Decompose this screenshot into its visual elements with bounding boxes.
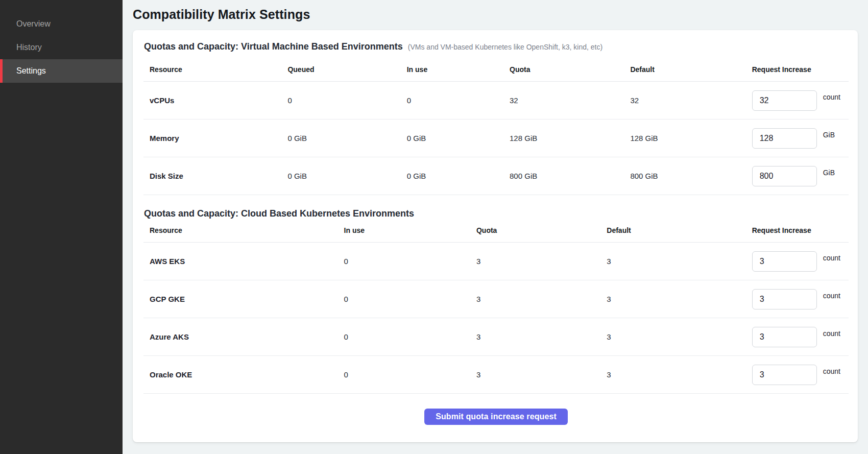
cell-request-increase: count [752,251,849,272]
cloud-section-title: Quotas and Capacity: Cloud Based Kuberne… [144,208,414,219]
cloud-section-header: Quotas and Capacity: Cloud Based Kuberne… [143,208,849,219]
cell-default: 800 GiB [630,172,752,180]
column-header-default: Default [630,65,752,74]
cell-in-use: 0 [344,257,476,266]
sidebar-item-overview[interactable]: Overview [0,12,123,36]
request-increase-input-vcpus[interactable] [752,90,817,111]
column-header-quota: Quota [476,226,607,234]
cell-request-increase: count [752,327,849,347]
cell-quota: 800 GiB [510,172,630,180]
column-header-resource: Resource [143,65,287,74]
sidebar-item-label: Settings [16,66,46,76]
request-increase-input-oracle-oke[interactable] [752,365,817,385]
cell-quota: 32 [510,96,630,105]
column-header-request-increase: Request Increase [752,65,849,74]
cell-request-increase: count [752,90,849,111]
cell-resource: Oracle OKE [143,370,344,379]
table-row-oracle-oke: Oracle OKE 0 3 3 count [143,356,849,394]
unit-label: count [823,292,840,300]
cell-request-increase: count [752,365,849,385]
cell-queued: 0 GiB [287,134,406,142]
column-header-default: Default [607,226,752,234]
table-row-vcpus: vCPUs 0 0 32 32 count [143,82,849,120]
table-row-azure-aks: Azure AKS 0 3 3 count [143,318,849,356]
cell-resource: Disk Size [143,172,287,180]
cell-default: 3 [607,332,752,341]
main-content: Compatibility Matrix Settings Quotas and… [123,0,868,454]
cell-default: 3 [607,370,752,379]
column-header-in-use: In use [407,65,510,74]
column-header-in-use: In use [344,226,476,234]
cell-resource: Azure AKS [143,332,344,341]
submit-quota-increase-button[interactable]: Submit quota increase request [424,409,568,425]
cell-quota: 3 [476,370,607,379]
table-row-memory: Memory 0 GiB 0 GiB 128 GiB 128 GiB GiB [143,120,849,157]
sidebar-item-label: History [16,43,42,52]
cell-resource: AWS EKS [143,257,344,266]
cell-quota: 3 [476,257,607,266]
vm-section-title: Quotas and Capacity: Virtual Machine Bas… [144,41,403,52]
cell-in-use: 0 [344,295,476,303]
cell-request-increase: count [752,289,849,309]
cell-in-use: 0 [344,370,476,379]
cell-resource: vCPUs [143,96,287,105]
sidebar: Overview History Settings [0,0,123,454]
cell-in-use: 0 [344,332,476,341]
request-increase-input-gcp-gke[interactable] [752,289,817,309]
cloud-quota-table: Resource In use Quota Default Request In… [143,219,849,394]
cell-request-increase: GiB [752,128,849,149]
request-increase-input-disk-size[interactable] [752,166,817,186]
column-header-queued: Queued [287,65,406,74]
unit-label: GiB [823,131,835,139]
column-header-request-increase: Request Increase [752,226,849,234]
cell-queued: 0 GiB [287,172,406,180]
settings-card: Quotas and Capacity: Virtual Machine Bas… [133,30,858,442]
cell-resource: Memory [143,134,287,142]
table-row-disk-size: Disk Size 0 GiB 0 GiB 800 GiB 800 GiB Gi… [143,157,849,195]
request-increase-input-aws-eks[interactable] [752,251,817,272]
cell-quota: 3 [476,332,607,341]
cell-default: 128 GiB [630,134,752,142]
sidebar-item-settings[interactable]: Settings [0,59,123,83]
unit-label: count [823,329,840,338]
vm-section-subtitle: (VMs and VM-based Kubernetes like OpenSh… [408,43,602,51]
column-header-quota: Quota [510,65,630,74]
cell-request-increase: GiB [752,166,849,186]
vm-section-header: Quotas and Capacity: Virtual Machine Bas… [143,41,849,52]
request-increase-input-memory[interactable] [752,128,817,149]
request-increase-input-azure-aks[interactable] [752,327,817,347]
cell-in-use: 0 [407,96,510,105]
unit-label: count [823,254,840,262]
unit-label: count [823,367,840,375]
unit-label: GiB [823,169,835,177]
table-row-gcp-gke: GCP GKE 0 3 3 count [143,280,849,318]
cloud-table-header-row: Resource In use Quota Default Request In… [143,219,849,243]
vm-quota-table: Resource Queued In use Quota Default Req… [143,52,849,195]
table-row-aws-eks: AWS EKS 0 3 3 count [143,243,849,280]
cell-default: 3 [607,257,752,266]
cell-in-use: 0 GiB [407,172,510,180]
sidebar-item-history[interactable]: History [0,36,123,59]
cell-in-use: 0 GiB [407,134,510,142]
cell-default: 3 [607,295,752,303]
cell-default: 32 [630,96,752,105]
unit-label: count [823,93,840,101]
sidebar-item-label: Overview [16,19,51,29]
cell-quota: 3 [476,295,607,303]
button-row: Submit quota increase request [143,409,849,425]
column-header-resource: Resource [143,226,344,234]
cell-quota: 128 GiB [510,134,630,142]
cell-queued: 0 [287,96,406,105]
cell-resource: GCP GKE [143,295,344,303]
page-title: Compatibility Matrix Settings [133,7,858,22]
vm-table-header-row: Resource Queued In use Quota Default Req… [143,52,849,82]
